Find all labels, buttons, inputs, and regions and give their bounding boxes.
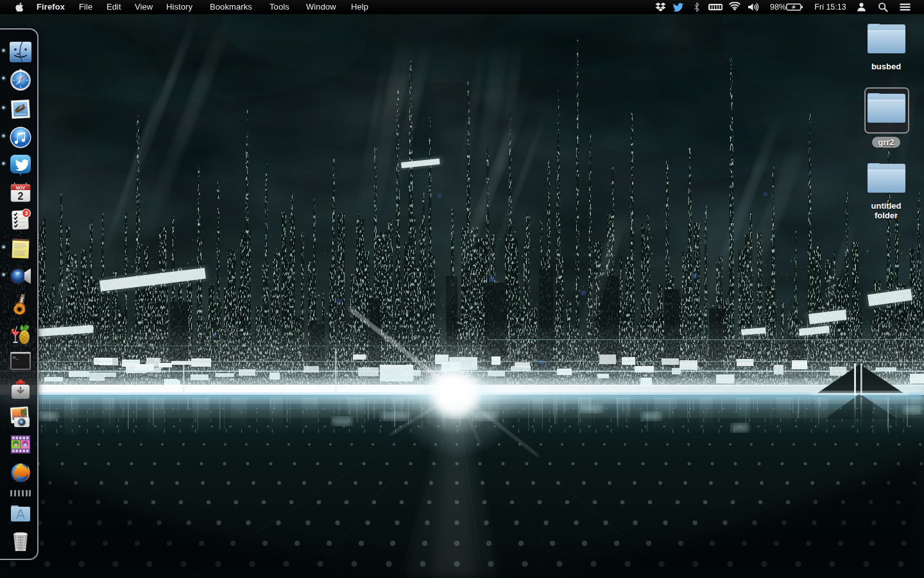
svg-text:>_: >_ [13,355,19,360]
svg-text:3: 3 [25,210,28,216]
svg-text:NOV: NOV [16,186,26,190]
svg-text:2: 2 [18,191,24,202]
